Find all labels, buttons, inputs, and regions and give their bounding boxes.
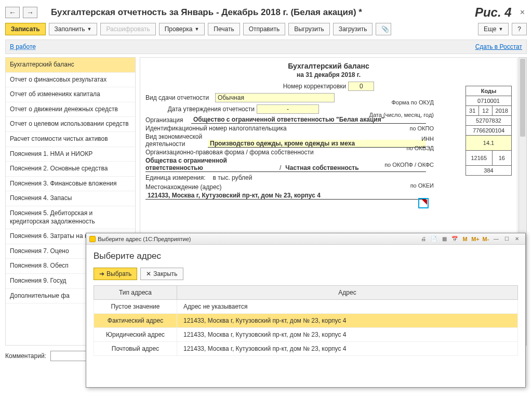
row2-type: Юридический адрес — [94, 328, 177, 342]
submit-type-field[interactable]: Обычная — [215, 93, 335, 102]
sidebar-item-cashflow[interactable]: Отчет о движении денежных средств — [6, 102, 135, 117]
write-button[interactable]: Записать — [5, 23, 46, 35]
send-button[interactable]: Отправить — [243, 23, 286, 35]
codes-header: Коды — [466, 86, 512, 96]
approval-date-label: Дата утверждения отчетности — [145, 105, 255, 113]
comment-label: Комментарий: — [5, 352, 46, 360]
nav-forward-button[interactable]: → — [23, 7, 37, 18]
address-picker-button[interactable] — [418, 198, 429, 208]
okpo-value: 52707832 — [466, 116, 512, 126]
app-logo-icon — [89, 236, 96, 242]
okpo-label: по ОКПО — [409, 125, 434, 131]
calendar-icon[interactable]: 📅 — [450, 235, 459, 243]
row1-addr: 121433, Москва г, Кутузовский пр-кт, дом… — [177, 314, 518, 328]
legalform-sep: / — [275, 164, 285, 171]
dialog-heading: Выберите адрес — [94, 251, 518, 261]
date-month: 12 — [479, 106, 492, 116]
more-button[interactable]: Еще▼ — [478, 23, 509, 35]
report-title: Бухгалтерский баланс — [145, 62, 512, 70]
sidebar-item-balance[interactable]: Бухгалтерский баланс — [6, 58, 135, 73]
chevron-down-icon: ▼ — [194, 27, 199, 32]
check-button[interactable]: Проверка▼ — [159, 23, 205, 35]
correction-label: Номер корректировки — [283, 83, 347, 90]
dialog-titlebar: Выберите адрес (1С:Предприятие) — [98, 236, 418, 242]
close-icon[interactable]: × — [518, 8, 527, 17]
m-minus-icon[interactable]: M- — [481, 235, 490, 243]
econtype-field[interactable]: Производство одежды, кроме одежды из мех… — [208, 140, 426, 148]
print-icon[interactable]: 🖨 — [419, 235, 428, 243]
sidebar-item-notes3[interactable]: Пояснения 3. Финансовые вложения — [6, 177, 135, 192]
sidebar-item-netassets[interactable]: Расчет стоимости чистых активов — [6, 132, 135, 147]
dialog-minimize-icon[interactable]: — — [491, 235, 501, 243]
okopf-value: 12165 — [466, 151, 493, 166]
nav-back-button[interactable]: ← — [5, 7, 20, 18]
more-button-label: Еще — [484, 25, 496, 33]
table-row[interactable]: Почтовый адрес 121433, Москва г, Кутузов… — [94, 342, 518, 356]
sidebar-item-targetuse[interactable]: Отчет о целевом использовании средств — [6, 117, 135, 132]
unit-value: в тыс. рублей — [209, 174, 252, 181]
chevron-down-icon: ▼ — [87, 27, 92, 32]
scroll-thumb[interactable] — [520, 59, 525, 137]
correction-field[interactable]: 0 — [348, 82, 374, 91]
dialog-select-label: Выбрать — [107, 270, 131, 277]
inn-value: 7766200104 — [466, 126, 512, 136]
row0-addr: Адрес не указывается — [177, 300, 518, 314]
doc-icon[interactable]: 📄 — [429, 235, 438, 243]
dialog-close-button[interactable]: ✕ Закрыть — [140, 268, 183, 280]
okopf-label: по ОКОПФ / ОКФС — [384, 162, 434, 168]
sidebar-item-capital[interactable]: Отчет об изменениях капитала — [6, 87, 135, 102]
download-button[interactable]: Загрузить — [333, 23, 373, 35]
okfs-value: 16 — [492, 151, 511, 166]
legalform-label: Организационно-правовая форма / форма со… — [145, 149, 317, 156]
sidebar-item-notes4[interactable]: Пояснения 4. Запасы — [6, 191, 135, 206]
grid-icon[interactable]: ▦ — [440, 235, 449, 243]
col-address-type[interactable]: Тип адреса — [94, 286, 177, 300]
dialog-close-label: Закрыть — [153, 270, 177, 277]
unit-label: Единица измерения: — [145, 174, 209, 181]
dialog-maximize-icon[interactable]: ☐ — [502, 235, 511, 243]
okei-label: по ОКЕИ — [410, 182, 434, 189]
econtype-label2: деятельности — [145, 140, 208, 148]
page-title: Бухгалтерская отчетность за Январь - Дек… — [51, 7, 472, 18]
econtype-label1: Вид экономической — [145, 133, 208, 140]
row0-type: Пустое значение — [94, 300, 177, 314]
m-icon[interactable]: M — [460, 235, 470, 243]
dialog-close-icon[interactable]: ✕ — [512, 235, 522, 243]
org-label: Организация — [145, 116, 191, 124]
col-address[interactable]: Адрес — [177, 286, 518, 300]
status-in-work[interactable]: В работе — [10, 43, 36, 50]
help-button[interactable]: ? — [512, 23, 527, 35]
table-row[interactable]: Юридический адрес 121433, Москва г, Куту… — [94, 328, 518, 342]
row3-type: Почтовый адрес — [94, 342, 177, 356]
figure-label: Рис. 4 — [475, 5, 512, 20]
sidebar-item-finresults[interactable]: Отчет о финансовых результатах — [6, 73, 135, 88]
fill-button[interactable]: Заполнить▼ — [49, 23, 98, 35]
submit-rosstat-link[interactable]: Сдать в Росстат — [475, 43, 522, 50]
m-plus-icon[interactable]: M+ — [471, 235, 480, 243]
check-button-label: Проверка — [165, 25, 193, 33]
codes-table: Коды 0710001 31 12 2018 52707832 7766200… — [466, 86, 512, 176]
upload-button[interactable]: Выгрузить — [288, 23, 330, 35]
dialog-select-button[interactable]: ➔ Выбрать — [94, 268, 137, 280]
sidebar-item-notes5[interactable]: Пояснения 5. Дебиторская и кредиторская … — [6, 206, 135, 229]
table-row[interactable]: Пустое значение Адрес не указывается — [94, 300, 518, 314]
sidebar-item-notes2[interactable]: Пояснения 2. Основные средства — [6, 162, 135, 177]
okved-value[interactable]: 14.1 — [466, 136, 512, 151]
date-year: 2018 — [492, 106, 511, 116]
row1-type: Фактический адрес — [94, 314, 177, 328]
legalform2-value: Частная собственность — [285, 164, 358, 171]
arrow-icon: ➔ — [99, 270, 104, 277]
row3-addr: 121433, Москва г, Кутузовский пр-кт, дом… — [177, 342, 518, 356]
approval-date-field[interactable]: - — [257, 104, 319, 114]
okud-value: 0710001 — [466, 96, 512, 106]
attach-button[interactable]: 📎 — [376, 23, 391, 35]
addr-label: Местонахождение (адрес) — [145, 183, 225, 191]
row2-addr: 121433, Москва г, Кутузовский пр-кт, дом… — [177, 328, 518, 342]
legalform1-value: Общества с ограниченной ответственностью — [145, 157, 275, 171]
date-label: Дата (число, месяц, год) — [369, 112, 434, 118]
fill-button-label: Заполнить — [55, 25, 85, 33]
print-button[interactable]: Печать — [208, 23, 240, 35]
sidebar-item-notes1[interactable]: Пояснения 1. НМА и НИОКР — [6, 147, 135, 162]
date-day: 31 — [466, 106, 479, 116]
table-row[interactable]: Фактический адрес 121433, Москва г, Куту… — [94, 314, 518, 328]
